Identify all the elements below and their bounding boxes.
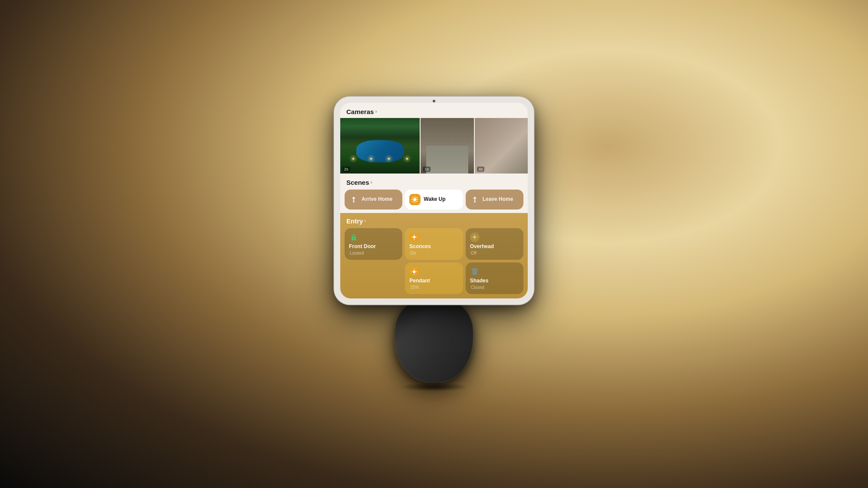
cameras-section-title[interactable]: Cameras › bbox=[346, 108, 377, 115]
svg-line-9 bbox=[413, 201, 413, 201]
entry-header: Entry › bbox=[340, 213, 528, 228]
overhead-status: Off bbox=[470, 251, 519, 255]
cameras-chevron: › bbox=[375, 108, 377, 115]
leave-home-icon bbox=[470, 195, 480, 204]
svg-point-13 bbox=[413, 236, 415, 239]
entry-chevron: › bbox=[364, 218, 366, 224]
cameras-label: Cameras bbox=[346, 108, 374, 115]
scenes-chevron: › bbox=[371, 179, 372, 185]
front-door-button[interactable]: Front Door Locked bbox=[345, 228, 402, 260]
cameras-header: Cameras › bbox=[340, 103, 528, 118]
front-door-status: Locked bbox=[349, 251, 398, 255]
homepod-device bbox=[391, 296, 477, 391]
shades-status: Closed bbox=[470, 285, 519, 290]
pendant-name: Pendant bbox=[409, 278, 458, 284]
scenes-header: Scenes › bbox=[340, 174, 528, 190]
svg-point-23 bbox=[413, 270, 415, 273]
overhead-icon bbox=[470, 233, 480, 242]
wake-up-label: Wake Up bbox=[424, 196, 445, 202]
scenes-grid: Arrive Home bbox=[340, 190, 528, 213]
cam3-timestamp: 4s bbox=[477, 167, 485, 172]
pendant-icon bbox=[409, 267, 419, 276]
cam2-timestamp: 1s bbox=[423, 167, 431, 172]
camera-grid: 2s 1s 4s bbox=[340, 118, 528, 174]
ipad-screen: Cameras › bbox=[340, 103, 528, 299]
entry-grid: Front Door Locked bbox=[340, 228, 528, 295]
svg-point-18 bbox=[473, 236, 476, 239]
camera-feed-1[interactable]: 2s bbox=[340, 118, 420, 174]
arrive-home-label: Arrive Home bbox=[362, 196, 392, 202]
arrive-home-icon bbox=[349, 195, 358, 204]
main-container: Cameras › bbox=[334, 97, 534, 392]
svg-line-8 bbox=[417, 197, 417, 198]
svg-point-0 bbox=[353, 201, 355, 203]
camera-feed-2[interactable]: 1s bbox=[421, 118, 473, 174]
leave-home-button[interactable]: Leave Home bbox=[466, 190, 523, 210]
shades-button[interactable]: Shades Closed bbox=[466, 262, 523, 294]
scenes-label: Scenes bbox=[346, 179, 369, 186]
shades-icon bbox=[470, 267, 480, 276]
ipad-camera bbox=[433, 100, 435, 102]
homepod-shadow bbox=[399, 383, 469, 391]
camera-feed-3[interactable]: 4s bbox=[475, 118, 528, 174]
overhead-button[interactable]: Overhead Off bbox=[466, 228, 523, 260]
shades-name: Shades bbox=[470, 278, 519, 284]
lock-icon bbox=[349, 233, 358, 242]
svg-line-7 bbox=[417, 201, 417, 201]
cam1-timestamp: 2s bbox=[342, 167, 350, 172]
svg-point-12 bbox=[353, 238, 354, 239]
pendant-status: 25% bbox=[409, 285, 458, 290]
sconces-name: Sconces bbox=[409, 243, 458, 249]
entry-section-title[interactable]: Entry › bbox=[346, 217, 366, 225]
entry-label: Entry bbox=[346, 217, 363, 225]
homepod-body bbox=[395, 296, 473, 383]
svg-line-6 bbox=[413, 197, 413, 198]
svg-point-1 bbox=[414, 198, 417, 201]
svg-rect-28 bbox=[472, 269, 478, 270]
pendant-button[interactable]: Pendant 25% bbox=[405, 262, 463, 294]
overhead-name: Overhead bbox=[470, 243, 519, 249]
front-door-name: Front Door bbox=[349, 243, 398, 249]
svg-point-10 bbox=[474, 201, 476, 203]
wake-up-button[interactable]: Wake Up bbox=[405, 190, 463, 210]
sconces-icon bbox=[409, 233, 419, 242]
wake-up-icon bbox=[409, 194, 421, 205]
sconces-button[interactable]: Sconces On bbox=[405, 228, 463, 260]
scenes-section-title[interactable]: Scenes › bbox=[346, 179, 372, 186]
arrive-home-button[interactable]: Arrive Home bbox=[345, 190, 402, 210]
entry-section: Entry › bbox=[340, 213, 528, 299]
sconces-status: On bbox=[409, 251, 458, 255]
ipad-device: Cameras › bbox=[334, 97, 534, 305]
leave-home-label: Leave Home bbox=[483, 196, 513, 202]
